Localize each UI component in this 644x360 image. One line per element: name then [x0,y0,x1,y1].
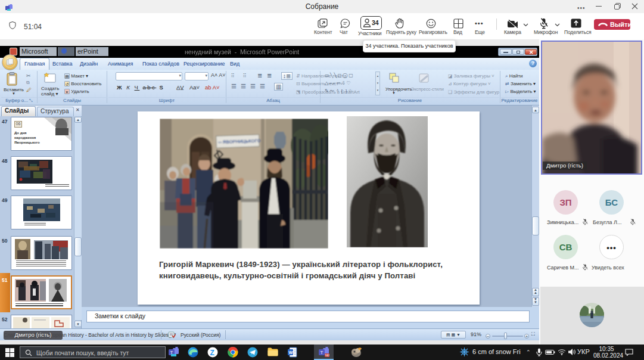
svg-text:NEW: NEW [325,354,329,357]
svg-text:W: W [289,350,294,355]
svg-text:T: T [321,350,323,355]
svg-text:Z: Z [210,349,214,357]
